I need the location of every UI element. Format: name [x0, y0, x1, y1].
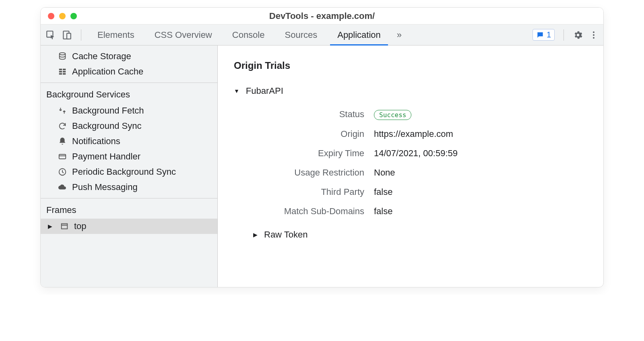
titlebar: DevTools - example.com/	[41, 8, 603, 25]
disclosure-triangle-icon[interactable]: ▶	[48, 223, 52, 229]
cloud-icon	[58, 183, 67, 192]
toolbar-divider	[81, 29, 81, 41]
fetch-icon	[58, 106, 67, 115]
label-status: Status	[244, 109, 364, 120]
chat-icon	[536, 31, 544, 39]
close-window-button[interactable]	[48, 13, 54, 19]
tab-sources[interactable]: Sources	[277, 25, 324, 45]
raw-token-node[interactable]: Raw Token	[253, 228, 587, 242]
value-expiry: 14/07/2021, 00:59:59	[364, 148, 587, 159]
sidebar-item-label: Background Fetch	[72, 105, 144, 116]
tab-console[interactable]: Console	[225, 25, 272, 45]
sidebar-item-cache-storage[interactable]: Cache Storage	[41, 49, 217, 64]
toolbar-divider	[564, 29, 564, 41]
sidebar-group-cache: Cache Storage Application Cache	[41, 45, 217, 83]
value-usage-restriction: None	[364, 167, 587, 178]
sidebar-item-label: Notifications	[72, 136, 120, 147]
sidebar-item-label: top	[74, 221, 87, 231]
svg-rect-10	[63, 71, 66, 72]
sidebar-header: Background Services	[41, 86, 217, 103]
sidebar-item-background-fetch[interactable]: Background Fetch	[41, 103, 217, 118]
sidebar-item-label: Periodic Background Sync	[72, 167, 176, 177]
sidebar-item-application-cache[interactable]: Application Cache	[41, 64, 217, 79]
main-panel: Origin Trials FubarAPI Status Success Or…	[218, 45, 603, 287]
sidebar-item-label: Cache Storage	[72, 51, 131, 62]
label-third-party: Third Party	[244, 187, 364, 197]
status-badge: Success	[374, 110, 411, 120]
sidebar-group-frames: Frames ▶ top	[41, 198, 217, 237]
maximize-window-button[interactable]	[70, 13, 77, 19]
sidebar-item-payment-handler[interactable]: Payment Handler	[41, 149, 217, 164]
bell-icon	[58, 137, 67, 146]
svg-rect-7	[59, 69, 62, 70]
svg-rect-13	[59, 155, 66, 159]
window-title: DevTools - example.com/	[269, 11, 375, 21]
issues-badge[interactable]: 1	[533, 29, 555, 41]
value-origin: https://example.com	[364, 129, 587, 139]
minimize-window-button[interactable]	[59, 13, 66, 19]
raw-token-label: Raw Token	[264, 229, 308, 240]
more-tabs-icon[interactable]: »	[394, 30, 405, 40]
sidebar-item-label: Push Messaging	[72, 182, 138, 192]
label-usage-restriction: Usage Restriction	[244, 167, 364, 178]
origin-trial-details: Status Success Origin https://example.co…	[244, 109, 587, 217]
tab-application[interactable]: Application	[330, 25, 388, 45]
frame-icon	[60, 222, 69, 231]
kebab-menu-icon[interactable]	[589, 30, 599, 40]
origin-trial-name: FubarAPI	[246, 86, 283, 96]
value-match-subdomains: false	[364, 206, 587, 217]
sidebar-item-push-messaging[interactable]: Push Messaging	[41, 180, 217, 195]
credit-card-icon	[58, 152, 67, 161]
label-match-subdomains: Match Sub-Domains	[244, 206, 364, 217]
main-toolbar: Elements CSS Overview Console Sources Ap…	[41, 25, 603, 45]
application-sidebar: Cache Storage Application Cache Backgrou…	[41, 45, 218, 287]
svg-rect-2	[67, 33, 71, 39]
label-expiry: Expiry Time	[244, 148, 364, 159]
label-origin: Origin	[244, 129, 364, 139]
sidebar-item-frame-top[interactable]: ▶ top	[41, 219, 217, 234]
inspect-element-icon[interactable]	[45, 30, 56, 40]
sidebar-header: Frames	[41, 202, 217, 219]
origin-trial-node[interactable]: FubarAPI	[234, 84, 587, 98]
clock-icon	[58, 167, 67, 176]
sidebar-item-periodic-background-sync[interactable]: Periodic Background Sync	[41, 164, 217, 180]
grid-icon	[58, 67, 67, 76]
sidebar-item-background-sync[interactable]: Background Sync	[41, 118, 217, 134]
svg-point-5	[593, 37, 594, 39]
value-third-party: false	[364, 187, 587, 197]
sidebar-item-label: Payment Handler	[72, 151, 140, 162]
devtools-window: DevTools - example.com/ Elements CSS Ove…	[40, 7, 604, 287]
device-toolbar-icon[interactable]	[62, 30, 72, 40]
tab-elements[interactable]: Elements	[90, 25, 142, 45]
sidebar-item-label: Background Sync	[72, 121, 141, 131]
svg-rect-15	[62, 224, 68, 229]
svg-point-3	[593, 31, 594, 33]
svg-point-4	[593, 34, 594, 36]
svg-rect-9	[59, 71, 62, 72]
sidebar-item-notifications[interactable]: Notifications	[41, 134, 217, 149]
sync-icon	[58, 122, 67, 130]
panel-heading: Origin Trials	[234, 60, 587, 71]
gear-icon[interactable]	[573, 30, 583, 40]
svg-rect-12	[63, 73, 66, 75]
tab-css-overview[interactable]: CSS Overview	[147, 25, 219, 45]
svg-point-6	[60, 53, 66, 55]
issues-count: 1	[547, 30, 551, 39]
svg-rect-11	[59, 73, 62, 75]
sidebar-group-background-services: Background Services Background Fetch Bac…	[41, 83, 217, 198]
sidebar-item-label: Application Cache	[72, 66, 143, 77]
database-icon	[58, 52, 67, 61]
window-controls	[48, 13, 77, 19]
svg-rect-8	[63, 69, 66, 70]
